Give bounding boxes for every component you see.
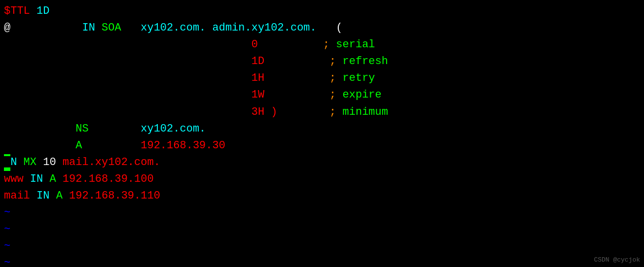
ns-line: NS xy102.com.: [4, 121, 640, 137]
tilde2: ~: [4, 221, 640, 238]
refresh-line: 1D ; refresh: [4, 53, 640, 70]
www-line: www IN A 192.168.39.100: [4, 171, 640, 188]
retry-line: 1H ; retry: [4, 70, 640, 87]
mail-line: mail IN A 192.168.39.110: [4, 188, 640, 204]
mx-line: █N MX 10 mail.xy102.com.: [4, 154, 640, 171]
serial-line: 0 ; serial: [4, 36, 640, 53]
expire-line: 1W ; expire: [4, 87, 640, 103]
tilde3: ~: [4, 238, 640, 255]
watermark: CSDN @cycjok: [594, 255, 640, 265]
tilde4: ~: [4, 255, 640, 267]
a-line: A 192.168.39.30: [4, 137, 640, 154]
minimum-line: 3H ) ; minimum: [4, 104, 640, 121]
soa-line: @ IN SOA xy102.com. admin.xy102.com. (: [4, 20, 640, 36]
ttl-line: $TTL 1D: [4, 3, 640, 20]
tilde1: ~: [4, 204, 640, 221]
terminal: $TTL 1D@ IN SOA xy102.com. admin.xy102.c…: [0, 0, 644, 267]
